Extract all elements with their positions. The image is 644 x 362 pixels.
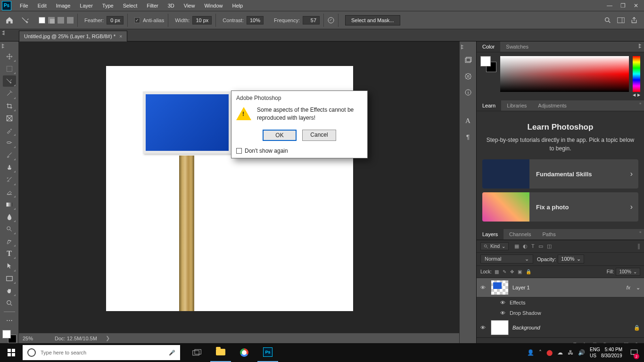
action-center-icon[interactable]: 2 [627, 343, 641, 362]
paragraph-panel-icon[interactable]: ¶ [463, 132, 473, 141]
menu-image[interactable]: Image [51, 1, 75, 10]
blend-mode-dropdown[interactable]: Normal⌄ [480, 255, 533, 263]
learn-card-fixphoto[interactable]: Fix a photo › [482, 192, 638, 222]
dodge-tool[interactable] [3, 223, 16, 235]
layer-effects-badge[interactable]: fx [626, 285, 632, 290]
opacity-input[interactable]: 100%⌄ [558, 255, 584, 263]
task-view-icon[interactable] [187, 343, 207, 362]
onedrive-icon[interactable]: ☁ [557, 349, 563, 356]
tab-collapse-icon[interactable]: ◀◀ [2, 30, 4, 35]
status-menu-icon[interactable]: ❯ [106, 335, 110, 341]
workspace-picker-icon[interactable] [617, 16, 625, 25]
tab-swatches[interactable]: Swatches [500, 41, 534, 52]
canvas-area[interactable]: 25% Doc: 12.5M/10.5M ❯ [19, 41, 459, 343]
hand-tool[interactable] [3, 285, 16, 296]
language-clock[interactable]: ENG5:40 PM US8/30/2019 [590, 346, 622, 359]
layer-row[interactable]: 👁 Layer 1 fx ⌄ [477, 278, 644, 297]
eyedropper-tool[interactable] [3, 125, 16, 136]
filter-shape-icon[interactable]: ▭ [538, 243, 543, 249]
security-icon[interactable]: ⬤ [546, 349, 553, 356]
visibility-toggle-icon[interactable]: 👁 [480, 325, 487, 330]
close-tab-icon[interactable]: × [119, 33, 122, 39]
panel-collapse-icon[interactable]: ▶▶ [639, 41, 644, 52]
width-input[interactable]: 10 px [192, 16, 212, 25]
move-tool[interactable] [3, 51, 16, 62]
selection-intersect-icon[interactable] [67, 17, 74, 24]
info-panel-icon[interactable] [463, 88, 473, 97]
lock-transparency-icon[interactable]: ▩ [495, 269, 499, 274]
learn-card-fundamental[interactable]: Fundamental Skills › [482, 159, 638, 189]
tab-color[interactable]: Color [477, 41, 500, 52]
selection-new-icon[interactable] [39, 17, 45, 24]
contrast-input[interactable]: 10% [247, 16, 264, 25]
crop-tool[interactable] [3, 100, 16, 112]
window-close[interactable]: ✕ [630, 1, 642, 10]
chevron-down-icon[interactable]: ⌄ [636, 285, 640, 291]
character-panel-icon[interactable]: A [463, 116, 473, 125]
zoom-tool[interactable] [3, 297, 16, 309]
gradient-tool[interactable] [3, 199, 16, 210]
share-icon[interactable] [630, 16, 638, 25]
mic-icon[interactable]: 🎤 [169, 350, 175, 356]
type-tool[interactable]: T [3, 248, 16, 259]
antialias-checkbox[interactable]: ✓ [134, 17, 140, 23]
selection-subtract-icon[interactable] [58, 17, 64, 24]
menu-window[interactable]: Window [199, 1, 227, 10]
marquee-tool[interactable] [3, 63, 16, 74]
magic-wand-tool[interactable] [3, 88, 16, 99]
dont-show-checkbox[interactable] [236, 148, 242, 154]
menu-layer[interactable]: Layer [75, 1, 98, 10]
filter-pixel-icon[interactable]: ▦ [514, 243, 519, 249]
panel-menu-icon[interactable]: ≡ [639, 229, 644, 239]
edit-toolbar-icon[interactable]: ⋯ [3, 315, 16, 326]
layer-name[interactable]: Layer 1 [512, 285, 622, 290]
tab-libraries[interactable]: Libraries [501, 100, 532, 111]
network-icon[interactable]: 🖧 [568, 349, 573, 356]
healing-brush-tool[interactable] [3, 137, 16, 148]
file-explorer-icon[interactable] [210, 343, 231, 362]
panel-menu-icon[interactable]: ≡ [639, 100, 644, 111]
lock-all-icon[interactable]: 🔒 [526, 269, 531, 274]
fill-input[interactable]: 100%⌄ [616, 268, 640, 276]
rectangle-tool[interactable] [3, 273, 16, 284]
home-button[interactable] [3, 14, 16, 27]
path-selection-tool[interactable] [3, 260, 16, 272]
start-button[interactable] [0, 349, 23, 356]
selection-add-icon[interactable] [48, 17, 55, 24]
document-info[interactable]: Doc: 12.5M/10.5M [55, 336, 97, 341]
filter-toggle[interactable] [637, 243, 640, 250]
tab-layers[interactable]: Layers [477, 229, 504, 239]
tray-chevron-icon[interactable]: ˄ [539, 349, 542, 356]
hue-slider[interactable] [633, 56, 640, 92]
volume-icon[interactable]: 🔊 [578, 349, 585, 356]
tab-paths[interactable]: Paths [537, 229, 561, 239]
layer-row[interactable]: 👁 Background 🔒 [477, 318, 644, 337]
zoom-level[interactable]: 25% [23, 336, 46, 341]
menu-type[interactable]: Type [98, 1, 118, 10]
color-fg-bg-swatches[interactable] [480, 56, 496, 72]
properties-panel-icon[interactable] [463, 72, 473, 81]
menu-select[interactable]: Select [118, 1, 142, 10]
visibility-toggle-icon[interactable]: 👁 [500, 310, 507, 316]
lock-artboard-icon[interactable]: ▣ [518, 269, 522, 274]
search-icon[interactable] [603, 16, 612, 25]
ok-button[interactable]: OK [263, 130, 297, 141]
visibility-toggle-icon[interactable]: 👁 [480, 285, 487, 290]
pen-pressure-icon[interactable] [327, 16, 335, 25]
history-brush-tool[interactable] [3, 174, 16, 185]
menu-view[interactable]: View [179, 1, 200, 10]
eraser-tool[interactable] [3, 187, 16, 198]
frame-tool[interactable] [3, 113, 16, 124]
photoshop-taskbar-icon[interactable]: Ps [257, 343, 278, 362]
menu-3d[interactable]: 3D [163, 1, 179, 10]
toolbar-collapse-icon[interactable]: ▶▶ [0, 43, 4, 48]
cancel-button[interactable]: Cancel [302, 130, 336, 141]
window-restore[interactable]: ❐ [617, 1, 629, 10]
document-tab[interactable]: Untitled.jpg @ 25% (Layer 1, RGB/8#) * × [19, 31, 127, 41]
layer-effects-row[interactable]: 👁Effects [477, 297, 644, 308]
menu-file[interactable]: File [15, 1, 33, 10]
layer-filter-type[interactable]: Kind⌄ [480, 242, 509, 250]
tool-preset-picker[interactable] [19, 14, 32, 27]
chrome-icon[interactable] [234, 343, 255, 362]
history-panel-icon[interactable] [463, 56, 473, 65]
